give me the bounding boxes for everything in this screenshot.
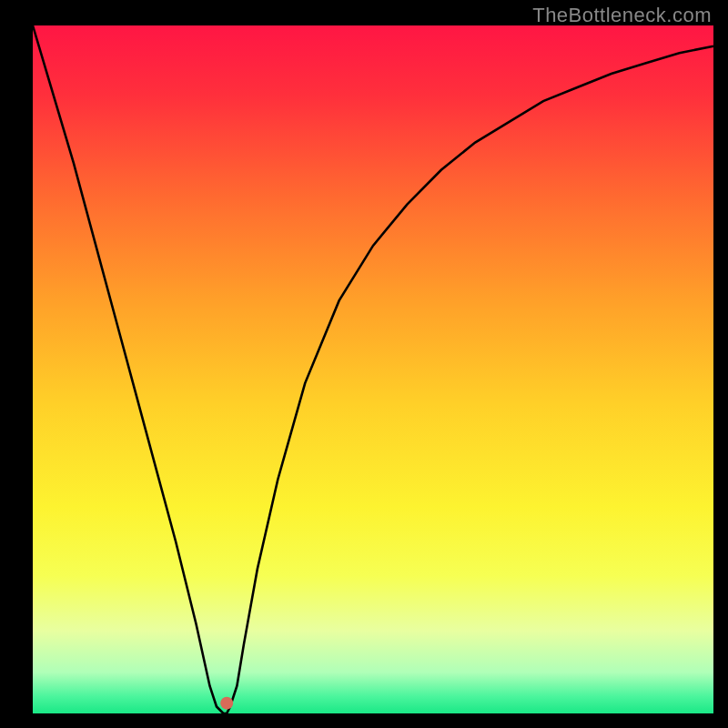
chart-canvas: TheBottleneck.com <box>0 0 728 728</box>
optimal-point-marker <box>220 697 233 710</box>
svg-rect-0 <box>33 25 713 713</box>
bottleneck-chart <box>0 0 728 728</box>
